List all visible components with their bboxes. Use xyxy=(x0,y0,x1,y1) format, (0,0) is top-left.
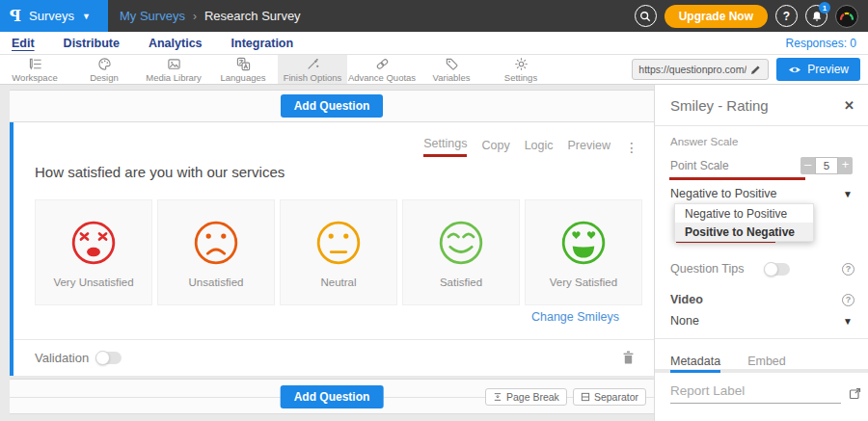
validation-toggle[interactable] xyxy=(96,352,122,364)
smiley-option-unsatisfied[interactable]: Unsatisfied xyxy=(157,199,275,305)
tab-metadata[interactable]: Metadata xyxy=(670,347,720,373)
validation-label: Validation xyxy=(35,351,89,365)
question-tab-settings[interactable]: Settings xyxy=(423,137,467,157)
separator-icon xyxy=(581,392,590,402)
questionpro-logo-icon: P xyxy=(10,7,21,25)
video-row: Video ? xyxy=(670,293,854,306)
questionpro-survey-editor: P Surveys ▼ My Surveys › Research Survey… xyxy=(0,0,868,421)
finish-options-wand-icon xyxy=(306,57,320,71)
smiley-option-neutral[interactable]: Neutral xyxy=(280,199,397,305)
point-scale-value[interactable]: 5 xyxy=(815,157,838,174)
panel-divider xyxy=(655,125,868,126)
page-break-icon xyxy=(493,392,502,402)
add-question-button-bottom[interactable]: Add Question xyxy=(281,385,384,408)
search-icon xyxy=(639,11,651,22)
question-tab-copy[interactable]: Copy xyxy=(481,139,509,156)
question-tips-row: Question Tips ? xyxy=(670,262,854,276)
search-button[interactable] xyxy=(635,5,657,27)
page-break-button[interactable]: Page Break xyxy=(485,388,567,406)
question-more-menu-icon[interactable]: ⋮ xyxy=(625,140,638,155)
question-tips-toggle[interactable] xyxy=(765,263,790,276)
panel-divider xyxy=(655,338,868,339)
survey-nav: Edit Distribute Analytics Integration Re… xyxy=(0,32,868,55)
product-menu-label: Surveys xyxy=(29,9,74,23)
dropdown-option-negative-to-positive[interactable]: Negative to Positive xyxy=(675,204,813,223)
advance-quotas-link-icon xyxy=(375,57,390,71)
responses-count[interactable]: Responses: 0 xyxy=(786,37,856,50)
video-help-icon[interactable]: ? xyxy=(842,294,854,306)
smiley-label: Satisfied xyxy=(440,276,482,288)
very-satisfied-smiley-icon xyxy=(558,218,609,268)
question-settings-panel: Smiley - Rating ✕ Answer Scale Point Sca… xyxy=(654,85,868,421)
breadcrumb-current: Research Survey xyxy=(204,9,301,23)
nav-tab-analytics[interactable]: Analytics xyxy=(149,37,203,50)
toolbar-item-workspace[interactable]: Workspace xyxy=(0,55,69,84)
add-question-strip-bottom: Add Question Page Break Separator xyxy=(10,379,654,414)
panel-title: Smiley - Rating xyxy=(670,97,769,114)
upgrade-now-button[interactable]: Upgrade Now xyxy=(665,5,768,28)
close-panel-icon[interactable]: ✕ xyxy=(844,98,854,113)
toolbar-item-languages[interactable]: Languages xyxy=(208,55,278,84)
dropdown-option-positive-to-negative[interactable]: Positive to Negative xyxy=(675,223,813,241)
question-tips-help-icon[interactable]: ? xyxy=(842,263,854,276)
separator-button[interactable]: Separator xyxy=(573,388,646,406)
report-label-input[interactable] xyxy=(670,382,841,404)
product-menu[interactable]: P Surveys ▼ xyxy=(0,0,108,32)
delete-question-button[interactable] xyxy=(622,351,635,364)
tab-embed[interactable]: Embed xyxy=(747,347,786,369)
question-tab-preview[interactable]: Preview xyxy=(568,139,610,156)
avatar[interactable] xyxy=(835,5,858,28)
design-palette-icon xyxy=(97,57,112,71)
breadcrumb-chevron-icon: › xyxy=(193,10,197,23)
nav-tab-integration[interactable]: Integration xyxy=(231,37,294,50)
top-bar-actions: Upgrade Now ? 1 xyxy=(635,5,868,28)
workspace-icon xyxy=(28,57,42,71)
editor-toolbar: Workspace Design Media Library Languages… xyxy=(0,55,868,85)
smiley-option-very-unsatisfied[interactable]: Very Unsatisfied xyxy=(35,199,152,305)
satisfied-smiley-icon xyxy=(436,218,486,268)
question-tab-logic[interactable]: Logic xyxy=(525,139,554,156)
preview-button[interactable]: Preview xyxy=(776,58,860,81)
eye-icon xyxy=(788,65,801,75)
smiley-option-very-satisfied[interactable]: Very Satisfied xyxy=(525,199,642,305)
notification-badge: 1 xyxy=(819,2,830,13)
top-bar: P Surveys ▼ My Surveys › Research Survey… xyxy=(0,0,868,32)
chevron-down-icon: ▼ xyxy=(843,189,853,199)
breadcrumb-my-surveys[interactable]: My Surveys xyxy=(120,9,185,23)
settings-gear-icon xyxy=(514,57,529,71)
toolbar-item-media-library[interactable]: Media Library xyxy=(139,55,208,84)
add-question-button-top[interactable]: Add Question xyxy=(281,94,384,118)
help-button[interactable]: ? xyxy=(775,5,798,27)
survey-url-zone: Preview xyxy=(632,55,868,84)
open-editor-icon[interactable] xyxy=(849,387,861,404)
survey-url-field[interactable] xyxy=(632,59,769,80)
decrease-button[interactable]: – xyxy=(800,157,815,174)
answer-scale-label: Answer Scale xyxy=(670,136,738,147)
variables-tag-icon xyxy=(445,57,459,71)
smiley-scale: Very Unsatisfied Unsatisfied xyxy=(35,199,642,305)
nav-tab-edit[interactable]: Edit xyxy=(12,37,35,50)
increase-button[interactable]: + xyxy=(838,157,853,174)
avatar-gauge-icon xyxy=(836,6,857,27)
question-card-tabs: Settings Copy Logic Preview ⋮ xyxy=(423,137,638,157)
very-unsatisfied-smiley-icon xyxy=(68,218,119,268)
scale-direction-select[interactable]: Negative to Positive ▼ xyxy=(670,187,853,200)
chevron-down-icon: ▼ xyxy=(82,12,91,21)
nav-tab-distribute[interactable]: Distribute xyxy=(64,37,120,50)
media-library-icon xyxy=(167,57,181,71)
toolbar-item-advance-quotas[interactable]: Advance Quotas xyxy=(347,55,417,84)
insert-controls: Page Break Separator xyxy=(485,388,646,406)
toolbar-item-settings[interactable]: Settings xyxy=(486,55,556,84)
toolbar-item-design[interactable]: Design xyxy=(69,55,139,84)
smiley-option-satisfied[interactable]: Satisfied xyxy=(402,199,520,305)
notifications-button[interactable]: 1 xyxy=(805,5,827,27)
survey-url-input[interactable] xyxy=(638,64,746,75)
point-scale-label: Point Scale xyxy=(670,159,729,172)
question-title[interactable]: How satisfied are you with our services xyxy=(35,164,285,180)
toolbar-item-finish-options[interactable]: Finish Options xyxy=(278,55,347,84)
edit-pencil-icon[interactable] xyxy=(750,65,761,75)
toolbar-item-variables[interactable]: Variables xyxy=(417,55,486,84)
video-select[interactable]: None ▼ xyxy=(670,314,853,328)
change-smileys-link[interactable]: Change Smileys xyxy=(531,310,619,324)
video-label: Video xyxy=(670,293,703,306)
